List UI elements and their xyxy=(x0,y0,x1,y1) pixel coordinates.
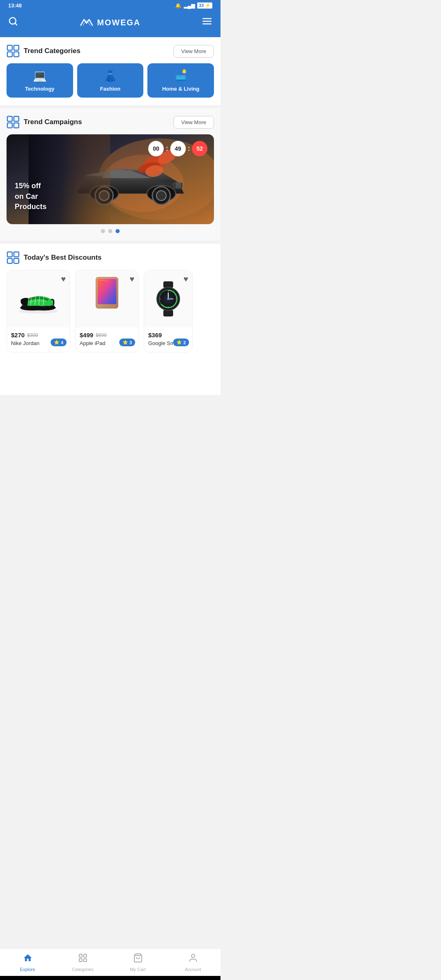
countdown-minutes: 49 xyxy=(170,141,186,156)
svg-rect-5 xyxy=(7,45,12,50)
svg-rect-33 xyxy=(7,258,12,263)
logo-text: MOWEGA xyxy=(97,18,140,27)
svg-line-1 xyxy=(15,23,17,25)
svg-rect-46 xyxy=(163,310,173,316)
current-price-ipad: $499 xyxy=(80,332,93,339)
original-price-ipad: $699 xyxy=(96,332,107,338)
original-price-nike: $300 xyxy=(27,332,38,338)
best-discounts-header: Today's Best Discounts xyxy=(7,251,214,264)
product-prices-ipad: $499 $699 xyxy=(80,332,134,339)
product-image-ipad xyxy=(76,270,138,327)
category-card-technology[interactable]: 💻 Technology xyxy=(7,63,73,98)
rating-badge-ipad: ⭐ 3 xyxy=(119,339,135,346)
fashion-icon: 👗 xyxy=(103,69,118,82)
countdown-timer: 00 : 49 : 52 xyxy=(148,141,207,156)
app-logo: MOWEGA xyxy=(79,15,140,30)
svg-point-56 xyxy=(167,298,169,300)
svg-rect-11 xyxy=(7,123,12,128)
rating-badge-watch: ⭐ 2 xyxy=(173,339,189,346)
search-button[interactable] xyxy=(8,16,18,29)
svg-rect-34 xyxy=(14,258,19,263)
wishlist-button-ipad[interactable]: ♥ xyxy=(129,274,134,284)
section-icon-categories xyxy=(7,45,20,58)
app-header: MOWEGA xyxy=(0,11,220,37)
section-title-group: Trend Categories xyxy=(7,45,80,58)
category-card-home-living[interactable]: 🛋️ Home & Living xyxy=(147,63,214,98)
status-bar: 13:48 🔔 ▂▄▆ 33 ⚡ xyxy=(0,0,220,11)
campaign-banner: 00 : 49 : 52 15% offon CarProducts xyxy=(7,134,214,224)
watch-image xyxy=(152,281,185,317)
svg-rect-12 xyxy=(14,123,19,128)
signal-icon: ▂▄▆ xyxy=(184,3,195,9)
svg-rect-9 xyxy=(7,116,12,121)
trend-categories-header: Trend Categories View More xyxy=(7,45,214,58)
home-living-icon: 🛋️ xyxy=(174,69,188,82)
current-price-watch: $369 xyxy=(148,332,162,339)
home-living-label: Home & Living xyxy=(162,86,199,92)
product-card-smartwatch[interactable]: ♥ $369 Google Sm... ⭐ 2 xyxy=(144,270,193,352)
svg-rect-41 xyxy=(98,279,116,304)
wishlist-button-watch[interactable]: ♥ xyxy=(183,274,188,284)
svg-rect-32 xyxy=(14,252,19,257)
trend-campaigns-section: Trend Campaigns View More xyxy=(0,108,220,241)
svg-rect-45 xyxy=(163,281,173,288)
carousel-dots xyxy=(7,229,214,233)
svg-point-20 xyxy=(156,191,166,200)
svg-rect-31 xyxy=(7,252,12,257)
svg-rect-7 xyxy=(7,52,12,57)
best-discounts-title: Today's Best Discounts xyxy=(24,254,102,262)
product-prices-nike: $270 $300 xyxy=(11,332,66,339)
product-image-nike xyxy=(7,270,70,327)
category-card-fashion[interactable]: 👗 Fashion xyxy=(77,63,144,98)
dot-2[interactable] xyxy=(108,229,112,233)
discounts-title-group: Today's Best Discounts xyxy=(7,251,102,264)
trend-categories-title: Trend Categories xyxy=(24,47,80,55)
category-cards-container: 💻 Technology 👗 Fashion 🛋️ Home & Living xyxy=(7,63,214,98)
campaign-discount-text: 15% offon CarProducts xyxy=(15,181,47,212)
current-price-nike: $270 xyxy=(11,332,24,339)
fashion-label: Fashion xyxy=(100,86,120,92)
trend-campaigns-title: Trend Campaigns xyxy=(24,118,82,126)
best-discounts-section: Today's Best Discounts xyxy=(0,244,220,395)
trend-categories-section: Trend Categories View More 💻 Technology … xyxy=(0,37,220,105)
countdown-colon-1: : xyxy=(166,145,168,152)
wishlist-button-nike[interactable]: ♥ xyxy=(61,274,66,284)
dot-3[interactable] xyxy=(116,229,120,233)
status-icons: 🔔 ▂▄▆ 33 ⚡ xyxy=(175,2,212,9)
status-time: 13:48 xyxy=(8,2,22,9)
product-card-nike-jordan[interactable]: ♥ $270 $300 Nike Jordan ⭐ 4 xyxy=(7,270,70,352)
technology-label: Technology xyxy=(25,86,54,92)
rating-badge-nike: ⭐ 4 xyxy=(51,339,67,346)
technology-icon: 💻 xyxy=(33,69,47,82)
alarm-icon: 🔔 xyxy=(175,3,181,9)
countdown-seconds: 52 xyxy=(192,141,207,156)
shoe-image xyxy=(16,283,61,315)
countdown-hours: 00 xyxy=(148,141,164,156)
campaigns-title-group: Trend Campaigns xyxy=(7,116,82,129)
categories-view-more-button[interactable]: View More xyxy=(174,45,214,58)
trend-campaigns-header: Trend Campaigns View More xyxy=(7,116,214,129)
battery-indicator: 33 ⚡ xyxy=(197,2,212,9)
product-prices-watch: $369 xyxy=(148,332,188,339)
section-icon-campaigns xyxy=(7,116,20,129)
countdown-colon-2: : xyxy=(188,145,190,152)
section-icon-discounts xyxy=(7,251,20,264)
svg-rect-8 xyxy=(14,52,19,57)
campaigns-view-more-button[interactable]: View More xyxy=(174,116,214,129)
products-row: ♥ $270 $300 Nike Jordan ⭐ 4 xyxy=(7,270,214,354)
ipad-image xyxy=(89,276,125,321)
svg-rect-10 xyxy=(14,116,19,121)
dot-1[interactable] xyxy=(101,229,105,233)
product-card-apple-ipad[interactable]: ♥ $499 $699 Apple iPad ⭐ 3 xyxy=(75,270,139,352)
svg-rect-6 xyxy=(14,45,19,50)
menu-button[interactable] xyxy=(202,16,212,29)
